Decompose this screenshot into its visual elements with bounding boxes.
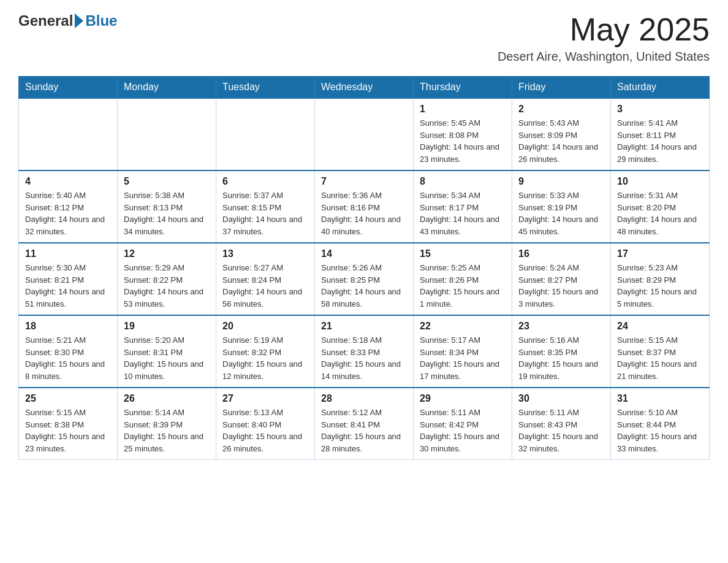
day-info: Sunrise: 5:31 AM Sunset: 8:20 PM Dayligh… xyxy=(617,190,703,237)
day-number: 28 xyxy=(321,393,407,404)
calendar-day-cell: 3Sunrise: 5:41 AM Sunset: 8:11 PM Daylig… xyxy=(611,98,710,170)
day-number: 1 xyxy=(420,104,506,115)
day-info: Sunrise: 5:16 AM Sunset: 8:35 PM Dayligh… xyxy=(518,334,604,382)
calendar-day-cell xyxy=(216,98,315,170)
day-number: 25 xyxy=(25,393,111,404)
calendar-day-cell: 11Sunrise: 5:30 AM Sunset: 8:21 PM Dayli… xyxy=(19,243,118,315)
calendar-day-cell: 29Sunrise: 5:11 AM Sunset: 8:42 PM Dayli… xyxy=(414,388,512,460)
logo: General Blue xyxy=(18,12,117,29)
calendar-week-row: 1Sunrise: 5:45 AM Sunset: 8:08 PM Daylig… xyxy=(19,98,710,170)
day-number: 31 xyxy=(617,393,703,404)
calendar-day-cell: 14Sunrise: 5:26 AM Sunset: 8:25 PM Dayli… xyxy=(315,243,414,315)
calendar-table: SundayMondayTuesdayWednesdayThursdayFrid… xyxy=(18,76,710,460)
day-number: 9 xyxy=(518,176,604,187)
day-info: Sunrise: 5:26 AM Sunset: 8:25 PM Dayligh… xyxy=(321,262,407,310)
day-info: Sunrise: 5:36 AM Sunset: 8:16 PM Dayligh… xyxy=(321,190,407,237)
calendar-day-header: Saturday xyxy=(611,77,710,99)
calendar-day-cell: 24Sunrise: 5:15 AM Sunset: 8:37 PM Dayli… xyxy=(611,315,710,388)
calendar-day-cell: 15Sunrise: 5:25 AM Sunset: 8:26 PM Dayli… xyxy=(414,243,512,315)
day-number: 29 xyxy=(420,393,506,404)
calendar-day-cell: 28Sunrise: 5:12 AM Sunset: 8:41 PM Dayli… xyxy=(315,388,414,460)
calendar-day-cell: 26Sunrise: 5:14 AM Sunset: 8:39 PM Dayli… xyxy=(118,388,216,460)
calendar-day-cell: 12Sunrise: 5:29 AM Sunset: 8:22 PM Dayli… xyxy=(118,243,216,315)
calendar-day-cell: 19Sunrise: 5:20 AM Sunset: 8:31 PM Dayli… xyxy=(118,315,216,388)
day-info: Sunrise: 5:15 AM Sunset: 8:37 PM Dayligh… xyxy=(617,334,703,382)
day-number: 11 xyxy=(25,248,111,259)
calendar-day-cell: 16Sunrise: 5:24 AM Sunset: 8:27 PM Dayli… xyxy=(512,243,611,315)
calendar-day-cell: 20Sunrise: 5:19 AM Sunset: 8:32 PM Dayli… xyxy=(216,315,315,388)
calendar-day-cell: 21Sunrise: 5:18 AM Sunset: 8:33 PM Dayli… xyxy=(315,315,414,388)
day-number: 3 xyxy=(617,104,703,115)
calendar-day-cell: 7Sunrise: 5:36 AM Sunset: 8:16 PM Daylig… xyxy=(315,170,414,243)
day-info: Sunrise: 5:11 AM Sunset: 8:43 PM Dayligh… xyxy=(518,407,604,454)
day-info: Sunrise: 5:41 AM Sunset: 8:11 PM Dayligh… xyxy=(617,117,703,165)
calendar-day-cell: 25Sunrise: 5:15 AM Sunset: 8:38 PM Dayli… xyxy=(19,388,118,460)
calendar-day-cell: 23Sunrise: 5:16 AM Sunset: 8:35 PM Dayli… xyxy=(512,315,611,388)
day-info: Sunrise: 5:23 AM Sunset: 8:29 PM Dayligh… xyxy=(617,262,703,310)
logo-general: General xyxy=(18,12,73,29)
day-number: 14 xyxy=(321,248,407,259)
day-number: 5 xyxy=(124,176,210,187)
calendar-week-row: 25Sunrise: 5:15 AM Sunset: 8:38 PM Dayli… xyxy=(19,388,710,460)
day-info: Sunrise: 5:34 AM Sunset: 8:17 PM Dayligh… xyxy=(420,190,506,237)
calendar-day-cell: 10Sunrise: 5:31 AM Sunset: 8:20 PM Dayli… xyxy=(611,170,710,243)
day-number: 2 xyxy=(518,104,604,115)
day-info: Sunrise: 5:17 AM Sunset: 8:34 PM Dayligh… xyxy=(420,334,506,382)
day-number: 13 xyxy=(222,248,308,259)
day-info: Sunrise: 5:30 AM Sunset: 8:21 PM Dayligh… xyxy=(25,262,111,310)
calendar-day-cell: 8Sunrise: 5:34 AM Sunset: 8:17 PM Daylig… xyxy=(414,170,512,243)
day-info: Sunrise: 5:18 AM Sunset: 8:33 PM Dayligh… xyxy=(321,334,407,382)
day-number: 17 xyxy=(617,248,703,259)
calendar-day-header: Sunday xyxy=(19,77,118,99)
day-info: Sunrise: 5:29 AM Sunset: 8:22 PM Dayligh… xyxy=(124,262,210,310)
day-number: 12 xyxy=(124,248,210,259)
calendar-day-header: Monday xyxy=(118,77,216,99)
calendar-day-cell: 5Sunrise: 5:38 AM Sunset: 8:13 PM Daylig… xyxy=(118,170,216,243)
day-number: 8 xyxy=(420,176,506,187)
day-info: Sunrise: 5:20 AM Sunset: 8:31 PM Dayligh… xyxy=(124,334,210,382)
day-info: Sunrise: 5:38 AM Sunset: 8:13 PM Dayligh… xyxy=(124,190,210,237)
day-number: 4 xyxy=(25,176,111,187)
day-info: Sunrise: 5:11 AM Sunset: 8:42 PM Dayligh… xyxy=(420,407,506,454)
day-number: 21 xyxy=(321,321,407,332)
day-number: 10 xyxy=(617,176,703,187)
calendar-header-row: SundayMondayTuesdayWednesdayThursdayFrid… xyxy=(19,77,710,99)
day-number: 26 xyxy=(124,393,210,404)
calendar-day-cell xyxy=(118,98,216,170)
calendar-day-cell: 18Sunrise: 5:21 AM Sunset: 8:30 PM Dayli… xyxy=(19,315,118,388)
calendar-day-header: Tuesday xyxy=(216,77,315,99)
day-number: 18 xyxy=(25,321,111,332)
calendar-day-cell: 2Sunrise: 5:43 AM Sunset: 8:09 PM Daylig… xyxy=(512,98,611,170)
day-info: Sunrise: 5:14 AM Sunset: 8:39 PM Dayligh… xyxy=(124,407,210,454)
day-info: Sunrise: 5:25 AM Sunset: 8:26 PM Dayligh… xyxy=(420,262,506,310)
calendar-day-cell xyxy=(19,98,118,170)
calendar-day-cell: 22Sunrise: 5:17 AM Sunset: 8:34 PM Dayli… xyxy=(414,315,512,388)
day-info: Sunrise: 5:15 AM Sunset: 8:38 PM Dayligh… xyxy=(25,407,111,454)
calendar-day-cell: 1Sunrise: 5:45 AM Sunset: 8:08 PM Daylig… xyxy=(414,98,512,170)
calendar-day-cell: 30Sunrise: 5:11 AM Sunset: 8:43 PM Dayli… xyxy=(512,388,611,460)
day-number: 7 xyxy=(321,176,407,187)
day-info: Sunrise: 5:19 AM Sunset: 8:32 PM Dayligh… xyxy=(222,334,308,382)
location-subtitle: Desert Aire, Washington, United States xyxy=(498,50,710,64)
calendar-day-header: Wednesday xyxy=(315,77,414,99)
day-number: 6 xyxy=(222,176,308,187)
day-number: 15 xyxy=(420,248,506,259)
day-info: Sunrise: 5:45 AM Sunset: 8:08 PM Dayligh… xyxy=(420,117,506,165)
logo-arrow-icon xyxy=(75,13,83,28)
calendar-day-header: Friday xyxy=(512,77,611,99)
calendar-day-cell: 27Sunrise: 5:13 AM Sunset: 8:40 PM Dayli… xyxy=(216,388,315,460)
day-number: 22 xyxy=(420,321,506,332)
calendar-day-cell: 17Sunrise: 5:23 AM Sunset: 8:29 PM Dayli… xyxy=(611,243,710,315)
logo-blue: Blue xyxy=(85,12,117,29)
day-info: Sunrise: 5:12 AM Sunset: 8:41 PM Dayligh… xyxy=(321,407,407,454)
title-section: May 2025 Desert Aire, Washington, United… xyxy=(498,12,710,64)
calendar-day-cell: 6Sunrise: 5:37 AM Sunset: 8:15 PM Daylig… xyxy=(216,170,315,243)
day-number: 27 xyxy=(222,393,308,404)
calendar-day-cell: 13Sunrise: 5:27 AM Sunset: 8:24 PM Dayli… xyxy=(216,243,315,315)
day-info: Sunrise: 5:27 AM Sunset: 8:24 PM Dayligh… xyxy=(222,262,308,310)
day-number: 24 xyxy=(617,321,703,332)
calendar-day-cell: 31Sunrise: 5:10 AM Sunset: 8:44 PM Dayli… xyxy=(611,388,710,460)
calendar-week-row: 11Sunrise: 5:30 AM Sunset: 8:21 PM Dayli… xyxy=(19,243,710,315)
day-number: 20 xyxy=(222,321,308,332)
day-info: Sunrise: 5:43 AM Sunset: 8:09 PM Dayligh… xyxy=(518,117,604,165)
